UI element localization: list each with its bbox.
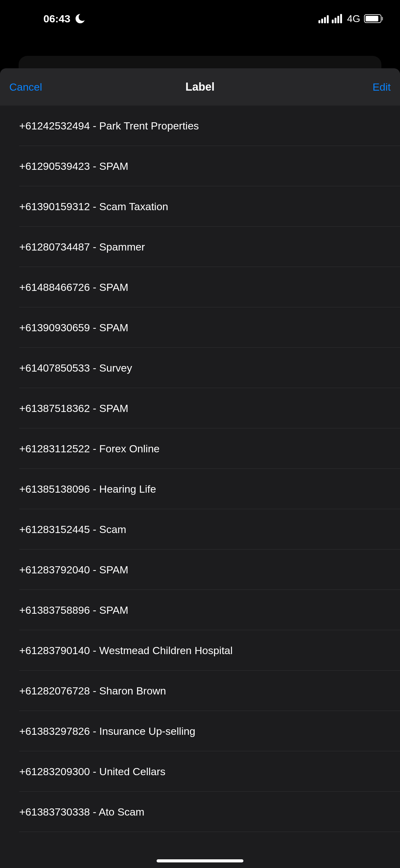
list-item-label: +61283112522 - Forex Online (0, 443, 160, 455)
list-item-label: +61280734487 - Spammer (0, 241, 145, 253)
network-type: 4G (346, 13, 360, 25)
cancel-button[interactable]: Cancel (9, 81, 53, 93)
list-item[interactable]: +61282076728 - Sharon Brown (0, 671, 400, 711)
list-item-label: +61488466726 - SPAM (0, 281, 128, 293)
list-item-label: +61387518362 - SPAM (0, 402, 128, 414)
list-item-label: +61242532494 - Park Trent Properties (0, 120, 199, 132)
edit-button[interactable]: Edit (347, 81, 391, 93)
battery-icon (364, 14, 381, 23)
status-time: 06:43 (43, 13, 70, 25)
list-item[interactable]: +61385138096 - Hearing Life (0, 469, 400, 509)
list-item[interactable]: +61283792040 - SPAM (0, 550, 400, 590)
list-item-label: +61383758896 - SPAM (0, 604, 128, 616)
status-bar: 06:43 4G (0, 0, 400, 37)
sheet-title: Label (53, 81, 347, 93)
list-item[interactable]: +61283112522 - Forex Online (0, 428, 400, 469)
list-item[interactable]: +61390159312 - Scam Taxation (0, 186, 400, 227)
list-item[interactable]: +61387518362 - SPAM (0, 388, 400, 428)
list-item[interactable]: +61283152445 - Scam (0, 509, 400, 550)
label-list[interactable]: +61242532494 - Park Trent Properties+612… (0, 105, 400, 832)
list-item-label: +61283209300 - United Cellars (0, 766, 166, 778)
list-item[interactable]: +61383297826 - Insurance Up-selling (0, 711, 400, 751)
do-not-disturb-icon (74, 13, 86, 25)
list-item-label: +61283792040 - SPAM (0, 564, 128, 576)
list-item-label: +61282076728 - Sharon Brown (0, 685, 166, 697)
list-item-label: +61385138096 - Hearing Life (0, 483, 156, 495)
list-item[interactable]: +61407850533 - Survey (0, 348, 400, 388)
list-item[interactable]: +61283209300 - United Cellars (0, 751, 400, 792)
list-item-label: +61383730338 - Ato Scam (0, 806, 144, 818)
list-item[interactable]: +61383758896 - SPAM (0, 590, 400, 630)
list-item-label: +61383297826 - Insurance Up-selling (0, 725, 195, 737)
list-item[interactable]: +61283790140 - Westmead Children Hospita… (0, 630, 400, 671)
cellular-signal-icon (319, 14, 342, 23)
status-left: 06:43 (43, 13, 86, 25)
status-right: 4G (319, 13, 381, 25)
list-item-label: +61390159312 - Scam Taxation (0, 200, 168, 213)
list-item[interactable]: +61488466726 - SPAM (0, 267, 400, 307)
sheet-header: Cancel Label Edit (0, 68, 400, 105)
list-item-label: +61390930659 - SPAM (0, 321, 128, 334)
list-item-label: +61283790140 - Westmead Children Hospita… (0, 645, 233, 657)
list-item[interactable]: +61290539423 - SPAM (0, 146, 400, 186)
list-item[interactable]: +61242532494 - Park Trent Properties (0, 105, 400, 146)
list-item[interactable]: +61390930659 - SPAM (0, 307, 400, 348)
home-indicator[interactable] (157, 859, 243, 862)
list-item-label: +61290539423 - SPAM (0, 160, 128, 172)
label-sheet: Cancel Label Edit +61242532494 - Park Tr… (0, 68, 400, 868)
list-item-label: +61283152445 - Scam (0, 523, 126, 535)
list-item-label: +61407850533 - Survey (0, 362, 132, 374)
list-item[interactable]: +61280734487 - Spammer (0, 227, 400, 267)
list-item[interactable]: +61383730338 - Ato Scam (0, 792, 400, 832)
